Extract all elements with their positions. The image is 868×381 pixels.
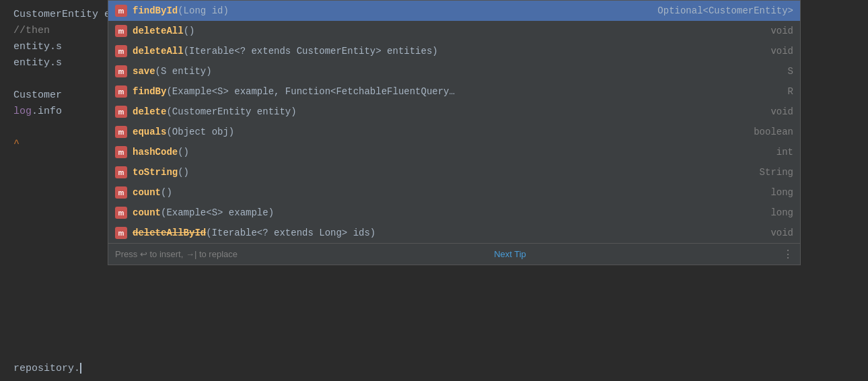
method-name: deleteAll: [133, 26, 184, 36]
method-params: (): [178, 167, 189, 178]
method-return-type: long: [757, 207, 793, 218]
autocomplete-list: mfindById(Long id)Optional<CustomerEntit…: [108, 1, 800, 243]
autocomplete-item[interactable]: mfindById(Long id)Optional<CustomerEntit…: [108, 1, 800, 21]
autocomplete-item[interactable]: mhashCode ()int: [108, 142, 800, 162]
method-icon: m: [115, 5, 127, 17]
method-name: delete: [133, 106, 166, 117]
autocomplete-item[interactable]: mdeleteAll (Iterable<? extends CustomerE…: [108, 41, 800, 61]
method-icon: m: [115, 227, 127, 239]
method-params: (Iterable<? extends CustomerEntity> enti…: [184, 46, 438, 57]
method-return-type: Optional<CustomerEntity>: [644, 5, 793, 16]
method-icon: m: [115, 166, 127, 178]
method-name: count: [133, 207, 161, 218]
autocomplete-item[interactable]: mfindBy (Example<S> example, Function<Fe…: [108, 81, 800, 102]
method-params: (Example<S> example): [161, 207, 274, 218]
autocomplete-item[interactable]: mdeleteAllById (Iterable<? extends Long>…: [108, 223, 800, 243]
method-return-type: long: [757, 187, 793, 198]
next-tip-button[interactable]: Next Tip: [494, 249, 526, 259]
method-icon: m: [115, 126, 127, 138]
method-name: deleteAll: [133, 46, 184, 57]
method-params: (Long id): [178, 5, 229, 16]
method-params: (): [178, 147, 189, 158]
autocomplete-dropdown: mfindById(Long id)Optional<CustomerEntit…: [108, 0, 801, 265]
method-return-type: void: [757, 106, 793, 117]
method-icon: m: [115, 106, 127, 118]
bottom-code-line: repository.: [13, 363, 81, 374]
method-return-type: R: [774, 86, 793, 97]
autocomplete-item[interactable]: mdeleteAll ()void: [108, 21, 800, 41]
method-return-type: void: [757, 46, 793, 57]
method-name: equals: [133, 127, 166, 137]
method-name: findBy: [133, 86, 166, 97]
method-icon: m: [115, 85, 127, 98]
method-params: (Iterable<? extends Long> ids): [206, 228, 375, 238]
autocomplete-item[interactable]: mtoString ()String: [108, 162, 800, 182]
autocomplete-item[interactable]: mcount ()long: [108, 182, 800, 203]
autocomplete-item[interactable]: mequals (Object obj)boolean: [108, 122, 800, 142]
method-name: findById: [133, 5, 178, 16]
method-name: hashCode: [133, 147, 178, 158]
method-params: (Object obj): [166, 127, 234, 137]
method-return-type: void: [757, 26, 793, 36]
method-icon: m: [115, 146, 127, 158]
method-icon: m: [115, 65, 127, 77]
autocomplete-item[interactable]: mcount (Example<S> example)long: [108, 203, 800, 223]
method-icon: m: [115, 45, 127, 57]
autocomplete-item[interactable]: mdelete (CustomerEntity entity)void: [108, 102, 800, 122]
more-options-icon[interactable]: ⋮: [783, 248, 793, 261]
method-params: (Example<S> example, Function<FetchableF…: [166, 86, 454, 97]
method-icon: m: [115, 25, 127, 37]
method-return-type: String: [746, 167, 793, 178]
autocomplete-footer: Press ↩ to insert, →| to replace Next Ti…: [108, 243, 800, 265]
method-return-type: int: [763, 147, 793, 158]
method-return-type: void: [757, 228, 793, 238]
method-icon: m: [115, 207, 127, 219]
method-icon: m: [115, 186, 127, 199]
method-return-type: S: [774, 66, 793, 77]
method-name: toString: [133, 167, 178, 178]
footer-press-text: Press ↩ to insert, →| to replace: [115, 249, 238, 259]
method-params: (): [161, 187, 172, 198]
method-params: (CustomerEntity entity): [166, 106, 296, 117]
bottom-code-text: repository.: [13, 363, 81, 374]
autocomplete-item[interactable]: msave (S entity)S: [108, 61, 800, 81]
method-name: count: [133, 187, 161, 198]
method-name: deleteAllById: [133, 228, 206, 238]
method-params: (): [184, 26, 195, 36]
method-params: (S entity): [155, 66, 212, 77]
method-name: save: [133, 66, 155, 77]
method-return-type: boolean: [740, 127, 793, 137]
